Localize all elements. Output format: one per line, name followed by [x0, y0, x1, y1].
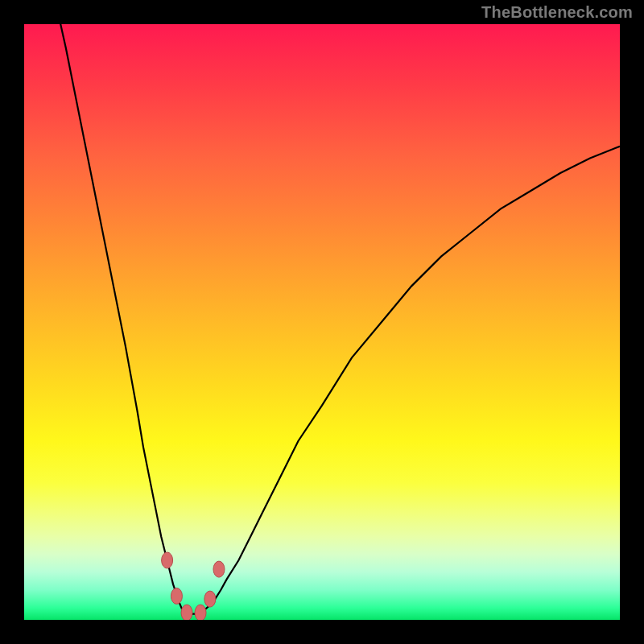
chart-frame: TheBottleneck.com — [0, 0, 644, 644]
valley-marker-4 — [204, 591, 216, 607]
valley-marker-2 — [181, 605, 192, 620]
valley-markers — [162, 552, 225, 620]
valley-marker-3 — [195, 605, 206, 620]
curve-left-branch — [54, 24, 185, 613]
valley-marker-1 — [171, 588, 182, 604]
valley-marker-5 — [213, 561, 225, 577]
curve-right-branch — [203, 147, 620, 612]
valley-marker-0 — [162, 552, 173, 568]
plot-area — [24, 24, 620, 620]
chart-svg — [24, 24, 620, 620]
watermark-text: TheBottleneck.com — [481, 3, 633, 22]
